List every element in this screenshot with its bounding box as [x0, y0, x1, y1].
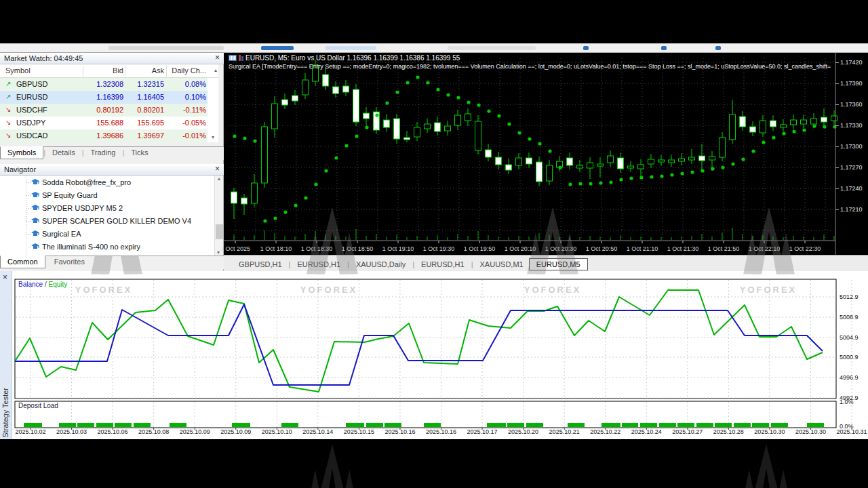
tab-ticks[interactable]: Ticks [124, 147, 155, 159]
symbol-cell: EURUSD [16, 93, 47, 101]
navigator-tabs: Common Favorites [0, 256, 224, 269]
tab-details[interactable]: Details [45, 147, 82, 159]
ask-cell: 1.32315 [122, 80, 164, 88]
scroll-up-icon[interactable]: ▴ [214, 67, 217, 73]
tester-date-label: 2025.10.24 [631, 428, 662, 435]
column-divider [83, 66, 83, 77]
tester-date-label: 2025.10.31 [836, 428, 867, 435]
market-watch-header: SymbolBidAskDaily Ch...▴ [0, 64, 218, 78]
tree-connector-stub [26, 195, 31, 196]
navigator-item-label: The illuminati S-400 no expiry [42, 243, 140, 251]
price-axis-tick [835, 167, 839, 168]
tree-connector-stub [26, 234, 31, 235]
time-axis: 1 Oct 20251 Oct 18:101 Oct 18:301 Oct 18… [224, 241, 835, 255]
tab-divider: | [288, 260, 292, 268]
market-watch-row[interactable]: ↗EURUSD1.163991.164050.10% [0, 91, 208, 104]
market-watch-row[interactable]: ↘USDJPY155.688155.695-0.05% [0, 117, 208, 129]
price-axis-tick [835, 146, 839, 147]
close-icon[interactable]: × [215, 53, 220, 62]
tester-date-label: 2025.10.16 [384, 428, 415, 435]
tester-date-label: 2025.10.16 [426, 428, 456, 435]
column-header-symbol[interactable]: Symbol [5, 66, 31, 75]
expert-advisor-icon [31, 243, 39, 251]
chart-tab-xauusddaily[interactable]: XAUUSD,Daily [351, 260, 411, 269]
navigator-item-label: Sodda Robot@free_fx_pro [42, 178, 131, 186]
tab-symbols[interactable]: Symbols [0, 146, 43, 159]
column-header-bid[interactable]: Bid [88, 66, 123, 75]
navigator-scrollbar[interactable]: ▴▾ [214, 176, 223, 256]
navigator-item-label: SPYDER USDJPY M5 2 [42, 204, 123, 212]
time-axis-label: 1 Oct 18:50 [342, 245, 374, 252]
chart-type-icon [239, 55, 244, 61]
tester-legend: Balance / Equity [18, 281, 67, 288]
navigator-item[interactable]: Sodda Robot@free_fx_pro [0, 176, 214, 189]
left-panel-column: Market Watch: 04:49:45 × SymbolBidAskDai… [0, 53, 224, 271]
toolbar-chip [108, 46, 224, 50]
time-axis-label: 1 Oct 20:50 [586, 245, 618, 252]
time-axis-label: 1 Oct 18:30 [301, 245, 333, 252]
strategy-tester-panel: × Strategy Tester Balance / Equity Depos… [0, 271, 868, 439]
daily-change-cell: 0.08% [165, 80, 206, 88]
symbol-cell: USDCHF [16, 106, 47, 114]
navigator-item[interactable]: SPYDER USDJPY M5 2 [0, 202, 214, 215]
depth-of-market-icon [229, 55, 237, 61]
chart-tab-xauusdm1[interactable]: XAUUSD,M1 [475, 260, 529, 269]
equity-legend: Equity [48, 281, 67, 288]
market-watch-row[interactable]: ↘USDCAD1.396861.39697-0.01% [0, 129, 208, 142]
market-watch-scrollbar[interactable]: ▾ [208, 134, 218, 140]
scroll-down-icon[interactable]: ▾ [208, 134, 218, 140]
market-watch-rows: ↗GBPUSD1.323081.323150.08%↗EURUSD1.16399… [0, 78, 218, 142]
symbol-cell: USDCAD [16, 131, 47, 140]
tester-graph-canvas[interactable] [0, 271, 868, 439]
market-watch-row[interactable]: ↗GBPUSD1.323081.323150.08% [0, 78, 208, 91]
market-watch-tabs: Symbols|Details|Trading|Ticks [0, 146, 224, 160]
navigator-item[interactable]: Surgical EA [0, 228, 214, 241]
deposit-load-label: Deposit Load [18, 402, 58, 409]
chart-tab-gbpusdh1[interactable]: GBPUSD,H1 [233, 260, 288, 269]
price-axis-label: 1.17270 [840, 164, 863, 171]
price-axis-label: 1.17390 [840, 80, 863, 87]
navigator-item-label: Surgical EA [42, 230, 81, 238]
ask-cell: 155.695 [122, 119, 164, 127]
watermark-logo [736, 442, 797, 488]
navigator-item[interactable]: SUPER SCALPER GOLD KILLER DEMO V4 [0, 215, 214, 228]
scroll-up-icon[interactable]: ▴ [215, 176, 223, 182]
tester-date-label: 2025.10.30 [754, 428, 785, 435]
chart-title: EURUSD, M5: Euro vs US Dollar 1.16396 1.… [245, 54, 460, 62]
toolbar-chip [448, 46, 536, 50]
market-watch-row[interactable]: ↘USDCHF0.801920.80201-0.11% [0, 104, 208, 117]
column-header-dailych[interactable]: Daily Ch... [168, 66, 206, 75]
tester-date-label: 2025.10.10 [262, 428, 292, 435]
tab-divider: | [411, 260, 416, 268]
navigator-item[interactable]: The illuminati S-400 no expiry [0, 241, 214, 253]
tab-common[interactable]: Common [0, 256, 45, 268]
chart-tab-eurusdh1[interactable]: EURUSD,H1 [292, 260, 346, 269]
chart-tab-eurusdh1[interactable]: EURUSD,H1 [416, 260, 470, 269]
scrollbar-thumb[interactable] [216, 224, 223, 239]
time-axis-label: 1 Oct 2025 [220, 245, 250, 252]
market-watch-titlebar: Market Watch: 04:49:45 × [0, 53, 224, 64]
tab-trading[interactable]: Trading [84, 147, 123, 159]
toolbar-chip [261, 46, 294, 50]
daily-change-cell: 0.10% [165, 93, 206, 101]
scroll-down-icon[interactable]: ▾ [217, 249, 220, 256]
time-axis-label: 1 Oct 21:30 [667, 245, 699, 252]
down-arrow-icon: ↘ [5, 106, 11, 113]
time-axis-label: 1 Oct 20:30 [545, 245, 577, 252]
tab-divider: | [346, 260, 351, 268]
navigator-item-label: SP Equity Guard [42, 191, 98, 199]
tester-date-label: 2025.10.28 [713, 428, 744, 435]
balance-legend: Balance [18, 281, 43, 288]
bid-cell: 1.32308 [80, 80, 123, 88]
chart-tab-eurusdm5[interactable]: EURUSD,M5 [529, 258, 588, 270]
tester-y-label: 5012.9 [840, 293, 859, 300]
expert-advisor-icon [31, 179, 39, 186]
time-axis-label: 1 Oct 22:30 [789, 245, 821, 252]
ea-parameters-line: Surgical EA [TmodeEntry=== Entry Setup =… [229, 63, 835, 70]
navigator-item[interactable]: SP Equity Guard [0, 189, 214, 202]
price-axis-tick [835, 209, 839, 210]
tab-favorites[interactable]: Favorites [47, 256, 92, 268]
price-chart-canvas[interactable] [224, 53, 868, 255]
column-header-ask[interactable]: Ask [130, 66, 164, 75]
tester-date-label: 2025.10.27 [672, 428, 703, 435]
